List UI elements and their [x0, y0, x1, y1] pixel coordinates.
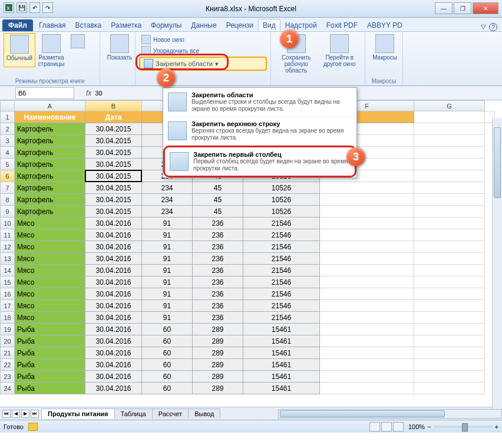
col-header[interactable]: G: [414, 101, 485, 111]
qat-undo-icon[interactable]: ↶: [29, 2, 40, 13]
freeze-top-row-option[interactable]: Закрепить верхнюю строкуВерхняя строка в…: [163, 117, 356, 146]
view-pagebreak-icon[interactable]: [393, 422, 404, 431]
macros-button[interactable]: Макросы: [369, 33, 401, 61]
cell[interactable]: 30.04.2015: [85, 170, 142, 182]
row-header[interactable]: 19: [1, 324, 15, 335]
hscroll-thumb[interactable]: [280, 410, 445, 417]
tab-формулы[interactable]: Формулы: [146, 19, 186, 31]
new-window-button[interactable]: Новое окно: [139, 34, 267, 45]
cell[interactable]: 30.04.2016: [85, 383, 142, 394]
cell[interactable]: 236: [193, 218, 243, 229]
row-header[interactable]: 21: [1, 347, 15, 359]
excel-app-icon[interactable]: X: [4, 2, 14, 13]
hide-icon[interactable]: [255, 44, 266, 52]
col-header[interactable]: A: [15, 101, 85, 111]
cell[interactable]: 15461: [243, 383, 320, 394]
sheet-nav-next-icon[interactable]: ▶: [21, 410, 29, 418]
row-header[interactable]: 23: [1, 371, 15, 383]
sheet-tab[interactable]: Рассчет: [152, 409, 189, 419]
cell[interactable]: 236: [193, 265, 243, 276]
row-header[interactable]: 4: [1, 147, 15, 159]
cell[interactable]: 21546: [243, 218, 320, 229]
row-header[interactable]: 24: [1, 383, 15, 394]
tab-file[interactable]: Файл: [2, 19, 33, 31]
row-header[interactable]: 2: [1, 123, 15, 135]
cell[interactable]: Картофель: [15, 206, 85, 218]
row-header[interactable]: 15: [1, 276, 15, 288]
cell[interactable]: 30.04.2016: [85, 253, 142, 265]
tab-главная[interactable]: Главная: [34, 19, 71, 31]
row-header[interactable]: 10: [1, 218, 15, 229]
minimize-button[interactable]: —: [435, 2, 453, 14]
cell[interactable]: 234: [142, 206, 193, 218]
row-header[interactable]: 5: [1, 159, 15, 170]
cell[interactable]: 236: [193, 312, 243, 324]
cell[interactable]: 30.04.2015: [85, 159, 142, 170]
cell[interactable]: 21546: [243, 253, 320, 265]
cell[interactable]: Картофель: [15, 194, 85, 206]
cell[interactable]: 91: [142, 218, 193, 229]
cell[interactable]: 289: [193, 359, 243, 371]
cell[interactable]: 30.04.2016: [85, 371, 142, 383]
zoom-in-button[interactable]: +: [495, 423, 498, 430]
cell[interactable]: 234: [142, 182, 193, 194]
view-normal-icon[interactable]: [369, 422, 380, 431]
cell[interactable]: 30.04.2016: [85, 276, 142, 288]
split-icon[interactable]: [255, 34, 266, 42]
row-header[interactable]: 20: [1, 335, 15, 347]
header-cell[interactable]: Дата: [85, 111, 142, 123]
cell[interactable]: Картофель: [15, 182, 85, 194]
tab-вид[interactable]: Вид: [258, 19, 280, 31]
row-header[interactable]: 6: [1, 170, 15, 182]
cell[interactable]: 60: [142, 359, 193, 371]
view-pagelayout-icon[interactable]: [381, 422, 392, 431]
row-header[interactable]: 7: [1, 182, 15, 194]
maximize-button[interactable]: ❐: [454, 2, 471, 14]
cell[interactable]: Рыба: [15, 347, 85, 359]
cell[interactable]: Мясо: [15, 288, 85, 300]
cell[interactable]: Мясо: [15, 276, 85, 288]
name-box[interactable]: B6: [15, 87, 74, 99]
cell[interactable]: 30.04.2016: [85, 265, 142, 276]
cell[interactable]: 30.04.2016: [85, 288, 142, 300]
view-normal-button[interactable]: Обычный: [4, 33, 35, 67]
cell[interactable]: 60: [142, 335, 193, 347]
cell[interactable]: 234: [142, 194, 193, 206]
col-header[interactable]: [1, 101, 15, 111]
arrange-all-button[interactable]: Упорядочить все: [139, 45, 267, 56]
cell[interactable]: 45: [193, 194, 243, 206]
cell[interactable]: Мясо: [15, 253, 85, 265]
cell[interactable]: 236: [193, 300, 243, 312]
cell[interactable]: 60: [142, 347, 193, 359]
cell[interactable]: 289: [193, 371, 243, 383]
sheet-nav-prev-icon[interactable]: ◀: [12, 410, 20, 418]
cell[interactable]: 289: [193, 324, 243, 335]
cell[interactable]: 30.04.2016: [85, 324, 142, 335]
cell[interactable]: 236: [193, 241, 243, 253]
sheet-nav-last-icon[interactable]: ⏭: [31, 410, 39, 418]
sheet-nav-first-icon[interactable]: ⏮: [2, 410, 11, 418]
cell[interactable]: 91: [142, 253, 193, 265]
row-header[interactable]: 16: [1, 288, 15, 300]
cell[interactable]: 15461: [243, 347, 320, 359]
cell[interactable]: 30.04.2016: [85, 335, 142, 347]
cell[interactable]: Картофель: [15, 123, 85, 135]
sheet-tab[interactable]: Вывод: [188, 409, 220, 419]
view-page-layout-button[interactable]: Разметка страницы: [35, 33, 67, 67]
cell[interactable]: 289: [193, 347, 243, 359]
cell[interactable]: 21546: [243, 288, 320, 300]
cell[interactable]: 236: [193, 288, 243, 300]
cell[interactable]: 91: [142, 288, 193, 300]
cell[interactable]: 10526: [243, 206, 320, 218]
cell[interactable]: Мясо: [15, 218, 85, 229]
tab-abbyy pd[interactable]: ABBYY PD: [362, 19, 407, 31]
cell[interactable]: 91: [142, 276, 193, 288]
cell[interactable]: Мясо: [15, 241, 85, 253]
row-header[interactable]: 18: [1, 312, 15, 324]
cell[interactable]: 60: [142, 383, 193, 394]
cell[interactable]: 30.04.2015: [85, 194, 142, 206]
cell[interactable]: 91: [142, 265, 193, 276]
show-button[interactable]: Показать: [104, 33, 136, 61]
tab-вставка[interactable]: Вставка: [71, 19, 107, 31]
cell[interactable]: 15461: [243, 371, 320, 383]
